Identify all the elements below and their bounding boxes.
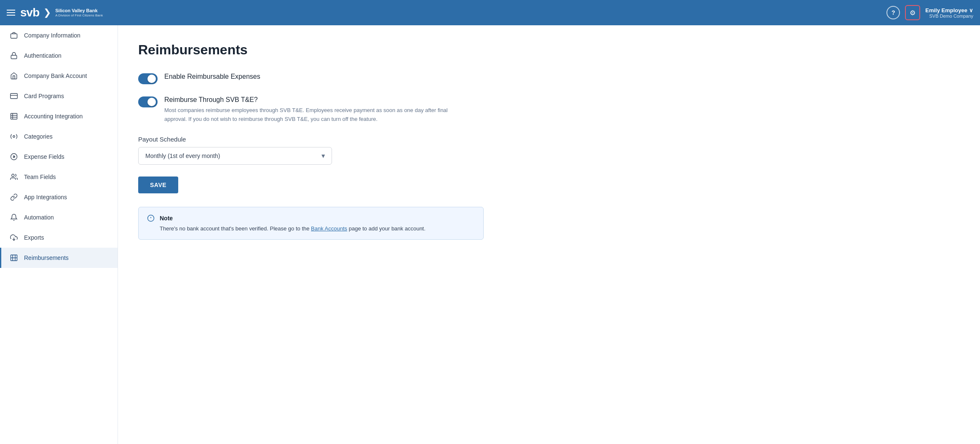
logo-bank-name: Silicon Valley Bank	[55, 8, 103, 13]
sidebar-label: Authentication	[24, 52, 62, 59]
sidebar-label: Expense Fields	[24, 153, 64, 160]
logo-area: svb ❯ Silicon Valley Bank A Division of …	[20, 7, 103, 19]
sidebar-label: Company Information	[24, 32, 80, 39]
sidebar-item-card-programs[interactable]: Card Programs	[0, 86, 118, 106]
sidebar-item-company-information[interactable]: Company Information	[0, 25, 118, 45]
logo-text: svb	[20, 7, 39, 19]
help-button[interactable]: ?	[886, 6, 900, 19]
sidebar-item-app-integrations[interactable]: App Integrations	[0, 187, 118, 207]
sidebar-item-team-fields[interactable]: Team Fields	[0, 167, 118, 187]
link-icon	[10, 193, 18, 201]
lock-icon	[10, 51, 18, 60]
enable-reimbursable-toggle[interactable]	[138, 73, 158, 84]
card-icon	[10, 92, 18, 100]
sidebar-label: Accounting Integration	[24, 113, 83, 120]
note-text: There's no bank account that's been veri…	[160, 225, 426, 233]
team-icon	[10, 173, 18, 181]
svg-rect-1	[11, 55, 17, 59]
main-content: Reimbursements Enable Reimbursable Expen…	[118, 25, 980, 444]
layout: Company Information Authentication Compa…	[0, 25, 980, 444]
sidebar-item-automation[interactable]: Automation	[0, 207, 118, 227]
sidebar-label: Automation	[24, 214, 54, 221]
reimburse-svb-row: Reimburse Through SVB T&E? Most companie…	[138, 96, 960, 124]
categories-icon	[10, 132, 18, 141]
reimburse-svb-toggle[interactable]	[138, 96, 158, 107]
svg-point-8	[13, 136, 15, 138]
hamburger-menu[interactable]	[7, 10, 15, 16]
logo-bank-text: Silicon Valley Bank A Division of First …	[55, 8, 103, 17]
bell-icon	[10, 213, 18, 222]
sidebar-item-expense-fields[interactable]: Expense Fields	[0, 147, 118, 167]
dollar-circle-icon	[10, 152, 18, 161]
sidebar: Company Information Authentication Compa…	[0, 25, 118, 444]
payout-schedule-select[interactable]: Monthly (1st of every month) Weekly (Eve…	[138, 147, 332, 165]
sidebar-label: Reimbursements	[24, 254, 69, 261]
note-content: Note There's no bank account that's been…	[160, 214, 426, 233]
header-left: svb ❯ Silicon Valley Bank A Division of …	[7, 7, 103, 19]
user-company: SVB Demo Company	[925, 13, 973, 19]
sidebar-item-reimbursements[interactable]: Reimbursements	[0, 248, 118, 268]
enable-reimbursable-label: Enable Reimbursable Expenses	[164, 73, 260, 80]
user-menu[interactable]: Emily Employee ∨ SVB Demo Company	[925, 7, 973, 19]
app-header: svb ❯ Silicon Valley Bank A Division of …	[0, 0, 980, 25]
sidebar-item-authentication[interactable]: Authentication	[0, 45, 118, 66]
save-button[interactable]: SAVE	[138, 177, 178, 193]
logo-division: A Division of First Citizens Bank	[55, 13, 103, 17]
user-name: Emily Employee ∨	[925, 7, 973, 13]
note-box: Note There's no bank account that's been…	[138, 207, 484, 240]
exports-icon	[10, 233, 18, 242]
svg-point-11	[12, 174, 14, 177]
accounting-icon	[10, 112, 18, 120]
bank-icon	[10, 72, 18, 80]
svg-rect-2	[11, 94, 18, 99]
logo-svb: svb	[20, 7, 39, 19]
reimbursements-icon	[10, 254, 18, 262]
enable-reimbursable-row: Enable Reimbursable Expenses	[138, 73, 960, 84]
sidebar-label: Categories	[24, 133, 53, 140]
sidebar-label: Exports	[24, 234, 44, 241]
sidebar-label: App Integrations	[24, 194, 67, 201]
sidebar-item-accounting-integration[interactable]: Accounting Integration	[0, 106, 118, 126]
sidebar-label: Company Bank Account	[24, 72, 87, 79]
sidebar-item-categories[interactable]: Categories	[0, 126, 118, 147]
bank-accounts-link[interactable]: Bank Accounts	[311, 225, 347, 232]
sidebar-item-company-bank-account[interactable]: Company Bank Account	[0, 66, 118, 86]
sidebar-label: Card Programs	[24, 93, 64, 99]
sidebar-item-exports[interactable]: Exports	[0, 227, 118, 248]
logo-chevron-icon: ❯	[43, 7, 51, 18]
sidebar-label: Team Fields	[24, 174, 56, 180]
briefcase-icon	[10, 31, 18, 40]
note-title: Note	[160, 214, 426, 223]
header-right: ? ⚙ Emily Employee ∨ SVB Demo Company	[886, 5, 973, 20]
info-icon	[147, 214, 155, 224]
payout-schedule-label: Payout Schedule	[138, 136, 960, 143]
svg-rect-0	[11, 34, 17, 38]
settings-button[interactable]: ⚙	[905, 5, 920, 20]
page-title: Reimbursements	[138, 42, 960, 58]
reimburse-svb-content: Reimburse Through SVB T&E? Most companie…	[164, 96, 459, 124]
svg-rect-4	[11, 113, 17, 119]
payout-schedule-section: Payout Schedule Monthly (1st of every mo…	[138, 136, 960, 165]
payout-schedule-wrapper: Monthly (1st of every month) Weekly (Eve…	[138, 147, 332, 165]
